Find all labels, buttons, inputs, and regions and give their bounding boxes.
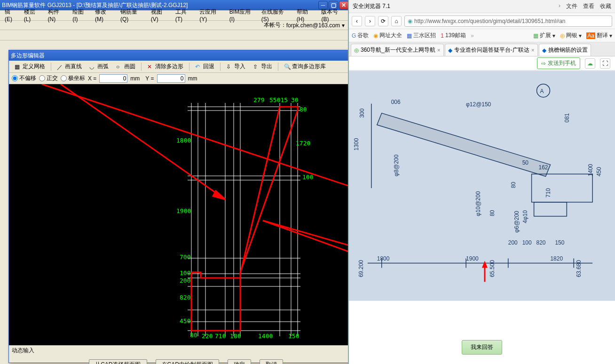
svg-text:63.680: 63.680 (576, 260, 582, 277)
dim-bot1: 80 (190, 332, 197, 339)
y-input[interactable] (157, 74, 185, 83)
phone-icon: ⇨ (541, 60, 546, 67)
account-label: 本帐号： (264, 21, 286, 29)
tool-define-grid[interactable]: ▦ 定义网格 (12, 62, 48, 71)
svg-line-26 (263, 221, 362, 300)
close-icon[interactable]: × (531, 47, 535, 54)
svg-text:006: 006 (391, 99, 401, 105)
tool-export[interactable]: ⇧ 导出 (250, 62, 275, 71)
tab-icon: ◎ (354, 47, 359, 54)
tool-clear-poly[interactable]: ✕ 清除多边形 (144, 62, 186, 71)
dim-right1: 80 (300, 106, 307, 113)
undo-icon: ↶ (195, 63, 202, 70)
btn-send-to-phone[interactable]: ⇨ 发送到手机 (537, 57, 580, 69)
bk-translate[interactable]: Aa翻译▾ (586, 32, 612, 40)
menu-modify[interactable]: 修改(M) (92, 7, 117, 24)
dim-top1: 279 (253, 96, 264, 103)
tab-360nav[interactable]: ◎ 360导航_新一代安全上网导航 × (351, 44, 444, 56)
answer-button[interactable]: 我来回答 (462, 340, 502, 355)
page-toolbar: ⇨ 发送到手机 ☁ ⛶ (349, 56, 615, 71)
separator (220, 63, 221, 71)
menu-view[interactable]: 视图(V) (148, 7, 172, 24)
expand-icon: ⛶ (602, 60, 608, 67)
dim-bot2: 220 (202, 332, 213, 340)
bk-139mail[interactable]: 1139邮箱 (441, 32, 466, 40)
grid-icon: ▦ (15, 63, 21, 70)
browser-tabs: ◎ 360导航_新一代安全上网导航 × ◆ 专业造价问题答疑平台-广联达 × ◆… (349, 42, 615, 56)
menu-edit-frag[interactable]: 辑(E) (2, 7, 20, 24)
dim-right3: 100 (302, 174, 313, 181)
tool-draw-line[interactable]: ／ 画直线 (54, 62, 85, 71)
nav-back-button[interactable]: ‹ (352, 16, 362, 26)
separator (278, 63, 278, 71)
tool-undo[interactable]: ↶ 回退 (192, 62, 217, 71)
menu-version[interactable]: 版本号(B) (318, 7, 347, 24)
menu-help[interactable]: 帮助(H) (294, 7, 318, 24)
bk-google[interactable]: G谷歌 (352, 32, 369, 40)
btn-expand[interactable]: ⛶ (600, 58, 610, 69)
menu-draw[interactable]: 绘图(I) (70, 7, 91, 24)
btn-ok[interactable]: 确定 (228, 359, 251, 364)
bk-bank[interactable]: ◎网银▾ (560, 32, 582, 40)
separator (51, 63, 51, 71)
menu-cloud[interactable]: 云应用(Y) (197, 7, 226, 24)
dialog-subbar: 不偏移 正交 极坐标 X = mm Y = mm (9, 73, 363, 84)
menu-view[interactable]: 查看 (583, 2, 594, 10)
dynamic-input-label: 动态输入 (12, 347, 34, 355)
tab-eaves-rebar[interactable]: ◆ 挑檐钢筋的设置 (539, 44, 591, 56)
x-input[interactable] (99, 74, 127, 83)
menu-floor[interactable]: 楼层(L) (21, 7, 44, 24)
nav-home-button[interactable]: ⌂ (391, 16, 402, 26)
svg-line-20 (61, 84, 225, 199)
nav-reload-button[interactable]: ⟳ (378, 16, 388, 26)
bk-sites[interactable]: ◉网址大全 (373, 32, 402, 40)
x-label: X = (88, 75, 96, 82)
svg-text:1820: 1820 (550, 255, 563, 262)
app-menubar: 辑(E) 楼层(L) 构件(N) 绘图(I) 修改(M) 钢筋量(Q) 视图(V… (0, 10, 349, 21)
radio-ortho[interactable]: 正交 (39, 74, 58, 82)
radio-polar[interactable]: 极坐标 (61, 74, 85, 82)
svg-text:162: 162 (539, 164, 548, 171)
dim-bot4: 180 (230, 332, 241, 340)
tool-import[interactable]: ⇩ 导入 (223, 62, 248, 71)
menu-bim[interactable]: BIM应用(I) (227, 7, 258, 24)
svg-text:820: 820 (536, 239, 546, 246)
close-icon[interactable]: × (437, 47, 441, 54)
svg-text:80: 80 (489, 210, 496, 216)
app-toolbar (0, 30, 349, 40)
btn-select-cad[interactable]: 从CAD选择截面图 (89, 359, 147, 364)
url-bar[interactable]: ◉ http://www.fwxgx.com/question/gimq/det… (404, 16, 612, 27)
dialog-title: 多边形编辑器 (11, 52, 45, 60)
svg-line-24 (263, 221, 362, 265)
svg-text:100: 100 (522, 239, 532, 246)
svg-text:1800: 1800 (377, 255, 390, 262)
menu-file[interactable]: 文件 (566, 2, 577, 10)
nav-fwd-button[interactable]: › (365, 16, 375, 26)
menu-fav[interactable]: 收藏 (600, 2, 611, 10)
menu-component[interactable]: 构件(N) (45, 7, 69, 24)
radio-no-offset[interactable]: 不偏移 (12, 74, 36, 82)
btn-draw-cad[interactable]: 在CAD中绘制截面图 (156, 359, 219, 364)
btn-cloud[interactable]: ☁ (585, 58, 595, 69)
dim-right2: 1720 (296, 140, 310, 147)
svg-text:80: 80 (510, 182, 517, 188)
tab-qa-platform[interactable]: ◆ 专业造价问题答疑平台-广联达 × (445, 44, 538, 56)
dim-left4: 100 (180, 269, 190, 277)
btn-cancel[interactable]: 取消 (260, 359, 283, 364)
tool-draw-arc[interactable]: ◡ 画弧 (87, 62, 111, 71)
bk-ext[interactable]: ▦扩展▾ (533, 32, 555, 40)
menu-tools[interactable]: 工具(T) (173, 7, 196, 24)
polygon-canvas[interactable]: 279 55015 30 80 1720 100 1800 1900 700 1… (9, 84, 363, 345)
svg-text:1900: 1900 (466, 255, 479, 262)
polygon-editor-dialog: 多边形编辑器 ✕ ▦ 定义网格 ／ 画直线 ◡ 画弧 ○ 画圆 ✕ 清除多边形 … (8, 50, 363, 363)
dim-left1: 1800 (176, 137, 191, 144)
bk-sanshui[interactable]: ▦三水区招 (407, 32, 436, 40)
svg-text:A: A (540, 88, 544, 95)
arc-icon: ◡ (89, 63, 96, 70)
svg-text:081: 081 (564, 113, 570, 122)
menu-rebar[interactable]: 钢筋量(Q) (118, 7, 147, 24)
tool-draw-circle[interactable]: ○ 画圆 (113, 62, 138, 71)
tool-query-lib[interactable]: 🔍 查询多边形库 (281, 62, 329, 71)
svg-marker-21 (213, 191, 225, 199)
browser-navbar: ‹ › ⟳ ⌂ ◉ http://www.fwxgx.com/question/… (349, 13, 615, 29)
